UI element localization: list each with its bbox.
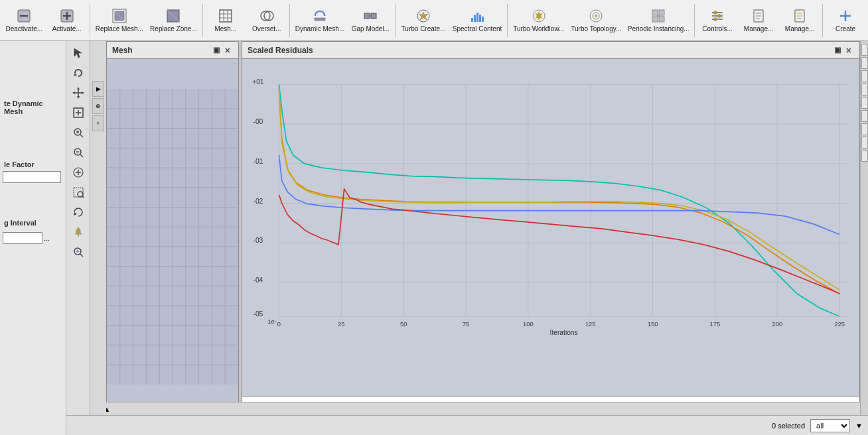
- right-icon-4[interactable]: [861, 84, 868, 95]
- console-bar: Console ▲: [66, 402, 860, 415]
- residuals-window-close[interactable]: ×: [843, 45, 854, 56]
- svg-text:-02: -02: [253, 198, 263, 205]
- filter-select[interactable]: all: [810, 419, 850, 432]
- secondary-btn-2[interactable]: ⊕: [92, 98, 104, 114]
- svg-point-40: [714, 11, 717, 15]
- svg-text:75: 75: [463, 321, 469, 328]
- gap-model-label: Gap Model...: [352, 25, 390, 32]
- right-icon-3[interactable]: [861, 70, 868, 82]
- gap-model-icon: [362, 8, 378, 24]
- right-icon-1[interactable]: [861, 44, 868, 56]
- rotate-tool-button[interactable]: [69, 64, 88, 82]
- turbo-create-button[interactable]: Turbo Create...: [398, 6, 448, 34]
- manage1-icon: [751, 8, 766, 24]
- svg-rect-18: [315, 18, 325, 21]
- svg-text:125: 125: [585, 321, 596, 328]
- deactivate-label: Deactivate...: [6, 25, 43, 32]
- mesh-window-title: Mesh: [112, 46, 133, 55]
- periodic-instancing-button[interactable]: Periodic Instancing...: [625, 6, 691, 34]
- residuals-window-title: Scaled Residuals: [248, 46, 313, 55]
- create-icon: [837, 8, 853, 24]
- overset-button[interactable]: Overset...: [247, 6, 287, 34]
- zoom-out-button[interactable]: [69, 143, 88, 162]
- svg-marker-59: [72, 92, 75, 94]
- dynamic-mesh-icon: [312, 8, 328, 24]
- windows-container: Mesh ▣ ×: [106, 41, 860, 415]
- svg-text:100: 100: [523, 321, 534, 328]
- svg-text:-03: -03: [253, 237, 263, 244]
- right-icon-8[interactable]: [861, 137, 868, 149]
- turbo-workflow-button[interactable]: Turbo Workflow...: [510, 6, 567, 34]
- separator-7: [822, 4, 823, 37]
- periodic-instancing-label: Periodic Instancing...: [628, 25, 689, 32]
- svg-text:200: 200: [772, 321, 782, 328]
- plus-button[interactable]: [69, 163, 88, 182]
- left-icon-toolbar: [66, 41, 90, 415]
- factor-title: le Factor: [3, 158, 63, 171]
- svg-text:-04: -04: [253, 277, 263, 284]
- svg-text:175: 175: [710, 321, 721, 328]
- svg-rect-10: [220, 10, 232, 22]
- turbo-topology-button[interactable]: Turbo Topology...: [568, 6, 624, 34]
- create-button[interactable]: Create: [826, 6, 865, 34]
- svg-point-42: [714, 18, 717, 21]
- deactivate-button[interactable]: Deactivate...: [3, 6, 46, 34]
- separator-3: [289, 4, 290, 37]
- residuals-window-minimize[interactable]: ▣: [834, 46, 841, 54]
- svg-marker-54: [74, 73, 77, 76]
- svg-point-75: [78, 192, 83, 197]
- separator-1: [90, 4, 90, 37]
- manage2-label: Manage...: [785, 25, 814, 32]
- turbo-workflow-label: Turbo Workflow...: [513, 25, 564, 32]
- right-icon-5[interactable]: [861, 97, 868, 109]
- turbo-create-icon: [415, 8, 431, 24]
- activate-button[interactable]: Activate...: [47, 6, 87, 34]
- select-tool-button[interactable]: [69, 44, 88, 62]
- separator-6: [694, 4, 695, 37]
- secondary-btn-3[interactable]: +: [92, 115, 104, 131]
- separator-2: [202, 4, 203, 37]
- gap-model-button[interactable]: Gap Model...: [348, 6, 392, 34]
- periodic-instancing-icon: [650, 8, 666, 24]
- svg-line-65: [80, 135, 83, 137]
- replace-zone-button[interactable]: Replace Zone...: [147, 6, 200, 34]
- right-icon-2[interactable]: [861, 57, 868, 69]
- spectral-content-button[interactable]: Spectral Content: [450, 6, 505, 34]
- mesh-window-minimize[interactable]: ▣: [213, 46, 220, 54]
- pan-tool-button[interactable]: [69, 84, 88, 102]
- mesh-window-close[interactable]: ×: [222, 45, 233, 56]
- mesh-button[interactable]: Mesh...: [206, 6, 246, 34]
- secondary-btn-1[interactable]: ▶: [92, 81, 104, 97]
- status-expand-button[interactable]: ▼: [855, 422, 863, 430]
- svg-marker-60: [82, 92, 84, 94]
- svg-rect-33: [659, 10, 664, 15]
- mesh-window: Mesh ▣ ×: [106, 41, 239, 415]
- factor-input[interactable]: [3, 171, 61, 183]
- reset-button[interactable]: [69, 203, 88, 221]
- manage2-button[interactable]: Manage...: [780, 6, 820, 34]
- zoom-fit-button[interactable]: [69, 103, 88, 122]
- add-point-button[interactable]: [69, 243, 88, 261]
- zoom-region-button[interactable]: [69, 183, 88, 202]
- replace-mesh-button[interactable]: Replace Mesh...: [93, 6, 146, 34]
- svg-text:50: 50: [400, 321, 407, 328]
- dynamic-mesh-button[interactable]: Dynamic Mesh...: [293, 6, 348, 34]
- mesh-chart-area: [107, 59, 238, 414]
- right-icon-7[interactable]: [861, 123, 868, 135]
- manage1-button[interactable]: Manage...: [739, 6, 778, 34]
- svg-rect-23: [471, 18, 473, 22]
- svg-point-41: [718, 15, 721, 18]
- controls-button[interactable]: Controls...: [697, 6, 737, 34]
- svg-marker-57: [77, 87, 80, 90]
- pin-button[interactable]: [69, 223, 88, 241]
- separator-5: [507, 4, 508, 37]
- svg-text:0: 0: [277, 321, 281, 328]
- zoom-in-button[interactable]: [69, 123, 88, 142]
- right-icon-6[interactable]: [861, 110, 868, 122]
- interval-input[interactable]: [3, 232, 42, 244]
- residuals-chart-svg: +01 -00 -01 -02 -03 -04 -05 1e-: [242, 59, 859, 396]
- right-icon-9[interactable]: [861, 150, 868, 162]
- svg-rect-35: [659, 17, 664, 22]
- svg-text:+01: +01: [252, 78, 264, 86]
- factor-section: le Factor: [3, 158, 63, 183]
